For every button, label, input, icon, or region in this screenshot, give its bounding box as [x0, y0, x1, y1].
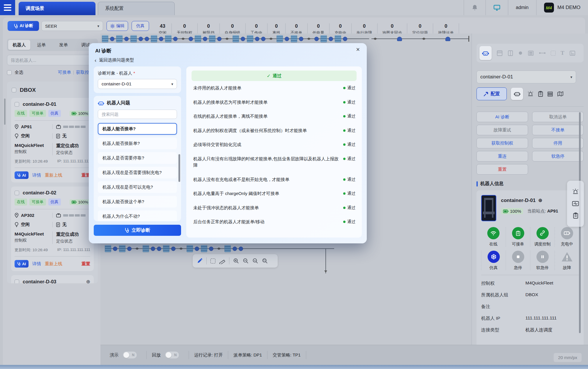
robot-info-title: 机器人信息	[480, 181, 504, 187]
ai-diagnose-button[interactable]: AI 诊断	[8, 21, 39, 31]
list-button[interactable]	[547, 91, 553, 97]
replay-toggle[interactable]: N	[165, 351, 179, 359]
monitor-button[interactable]	[486, 0, 508, 15]
zoom-region-icon	[262, 258, 268, 264]
question-list-scrollbar[interactable]	[178, 154, 180, 182]
robot-action-button[interactable]: 故障重试	[477, 125, 528, 135]
map-node	[139, 37, 143, 41]
diagnosis-target-select[interactable]: container-D-01 ▾	[98, 79, 177, 89]
group-checkbox[interactable]	[12, 88, 16, 92]
robot-action-button[interactable]: 重连	[477, 151, 528, 161]
curtain-tool-button[interactable]	[497, 50, 503, 56]
run-log-status[interactable]: 运行记录: 打开	[194, 352, 223, 358]
check-text: 必须等待交管初始化完成	[193, 141, 241, 148]
alarm-button[interactable]	[527, 91, 534, 97]
demo-toggle[interactable]: N	[123, 351, 137, 359]
map-locate-button[interactable]	[557, 91, 564, 97]
hammer-icon	[483, 92, 488, 96]
sidebar-tab[interactable]: 机器人	[8, 40, 30, 50]
question-item[interactable]: 机器人是否需要停靠?	[98, 152, 177, 164]
robot-action-button[interactable]: 不接单	[532, 125, 584, 135]
question-item[interactable]: 机器人现在是否需要强制充电?	[98, 167, 177, 178]
sidebar-scrollbar[interactable]	[4, 99, 6, 125]
robot-select[interactable]: container-D-01 ▾	[477, 71, 576, 83]
select-all-checkbox[interactable]	[7, 70, 12, 75]
simulate-button[interactable]: 仿真	[132, 21, 149, 31]
point-tool-button[interactable]	[518, 51, 523, 55]
zoom-selection-button[interactable]	[262, 258, 268, 264]
traffic-strategy[interactable]: 交管策略: TP1	[273, 352, 301, 358]
panel-tool-button[interactable]	[528, 50, 534, 56]
robot-filter-input[interactable]	[7, 55, 98, 65]
menu-icon[interactable]	[0, 0, 15, 15]
tab-label: 调度场景	[26, 6, 44, 12]
robot-card[interactable]: container-D-01 ⊕ 在线 可接单 仿真 100%	[11, 98, 94, 182]
back-button[interactable]: ‹ 返回选择问题类型	[95, 57, 134, 63]
reonline-link[interactable]: 重新上线	[45, 261, 62, 267]
detail-link[interactable]: 详情	[32, 173, 41, 178]
text-tool-button[interactable]: T	[561, 50, 564, 56]
edit-button[interactable]: 编辑	[107, 21, 128, 31]
image-tool-button[interactable]	[569, 50, 575, 56]
select-region-button[interactable]	[210, 259, 215, 263]
robot-tool-button[interactable]	[479, 46, 492, 60]
door-tool-button[interactable]	[508, 50, 513, 56]
locate-icon[interactable]: ⊕	[538, 197, 542, 203]
card-ai-button[interactable]: AI	[15, 260, 29, 268]
robot-checkbox[interactable]	[15, 191, 19, 195]
robot-action-button[interactable]: 停用	[532, 138, 584, 148]
robot-card[interactable]: container-D-02 ⊕ 在线 可接单 仿真 100%	[11, 187, 94, 271]
robot-checkbox[interactable]	[15, 102, 19, 107]
draw-pen-button[interactable]	[197, 258, 203, 264]
map-select[interactable]: SEER ▾	[41, 21, 103, 31]
map-dome-node	[445, 37, 450, 41]
zoom-in-button[interactable]	[233, 258, 239, 264]
zoom-out-button[interactable]	[243, 258, 249, 264]
question-item[interactable]: 机器人能否接这个单?	[98, 196, 177, 208]
question-search-input[interactable]	[98, 110, 177, 119]
reset-link[interactable]: 重置	[82, 261, 90, 267]
monitor-float-button[interactable]	[572, 201, 579, 207]
dispatch-strategy[interactable]: 派单策略: DP1	[233, 352, 262, 358]
reonline-link[interactable]: 重新上线	[45, 173, 62, 178]
detail-link[interactable]: 详情	[32, 261, 41, 267]
line-tool-button[interactable]	[539, 51, 546, 55]
robot-action-button[interactable]: 取消运单	[532, 112, 584, 122]
sidebar-tab[interactable]: 发单	[52, 40, 75, 50]
question-item[interactable]: 机器人能否接新单?	[98, 138, 177, 149]
doc-icon	[56, 134, 60, 138]
green-dot-icon	[343, 207, 346, 209]
locate-icon[interactable]: ⊕	[86, 279, 90, 283]
notifications-button[interactable]	[464, 0, 486, 15]
robot-action-button[interactable]: 获取控制权	[477, 138, 528, 148]
card-ai-button[interactable]: AI	[15, 171, 29, 179]
region-tool-button[interactable]	[551, 51, 556, 56]
sidebar-tab[interactable]: 运单	[30, 40, 52, 50]
robot-checkbox[interactable]	[15, 280, 19, 284]
tab-dispatch-scene[interactable]: 调度场景	[19, 2, 95, 15]
robot-action-button[interactable]: 软急停	[532, 151, 584, 161]
robot-action-button[interactable]: AI 诊断	[477, 112, 528, 122]
question-item[interactable]: 机器人为什么不动?	[98, 210, 177, 221]
question-item[interactable]: 机器人能否接单?	[98, 123, 177, 135]
diagnose-now-button[interactable]: 立即诊断	[94, 225, 181, 236]
result-banner: ✓ 通过	[192, 71, 357, 81]
zoom-fit-image-button[interactable]	[252, 258, 258, 264]
robot-card[interactable]: container-D-03 ⊕ 在线 可接单 仿真 100%	[11, 275, 94, 283]
batch-acceptable-link[interactable]: 可接单	[58, 70, 71, 75]
measure-button[interactable]	[219, 258, 225, 264]
config-button[interactable]: 配置	[477, 87, 507, 100]
tab-system-config[interactable]: 系统配置	[98, 2, 175, 15]
clipboard-icon	[573, 212, 578, 219]
question-item[interactable]: 机器人现在是否可以充电?	[98, 181, 177, 193]
counter-value: 0	[438, 23, 454, 29]
robot-action-button[interactable]: 重置	[477, 164, 528, 175]
alarm-float-button[interactable]	[572, 189, 579, 195]
user-menu[interactable]: admin	[508, 0, 536, 15]
close-icon[interactable]: ×	[356, 46, 360, 53]
robot-view-button[interactable]	[511, 88, 523, 100]
clipboard-float-button[interactable]	[573, 212, 578, 219]
tasks-button[interactable]	[538, 91, 543, 97]
tab-label: 系统配置	[105, 6, 124, 12]
battery-icon	[503, 210, 509, 213]
